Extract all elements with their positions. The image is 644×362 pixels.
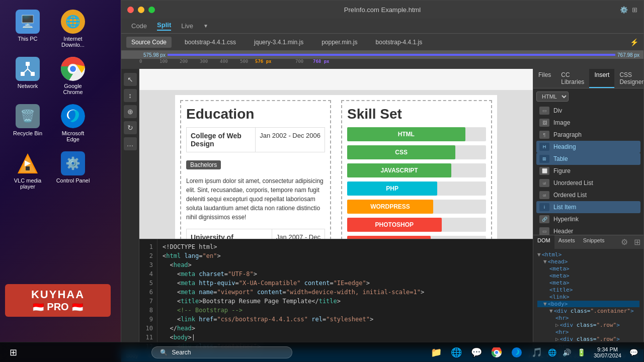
tool-pointer[interactable]: ↖	[124, 73, 137, 86]
live-mode-btn[interactable]: Live	[181, 22, 193, 30]
preview-content-wrapper[interactable]: Education College of Web Design Jan 2002…	[139, 90, 533, 239]
dom-settings-icon[interactable]: ⚙	[618, 235, 631, 249]
split-icon[interactable]: ⊞	[632, 6, 637, 14]
tab-assets[interactable]: Assets	[554, 235, 579, 249]
network-sys-icon[interactable]: 🌐	[546, 346, 558, 358]
insert-hyperlink[interactable]: 🔗 Hyperlink	[536, 213, 640, 225]
dom-expand-icon[interactable]: ⊞	[631, 235, 643, 249]
taskbar-icon-chrome[interactable]	[488, 343, 506, 361]
line-numbers: 12345 678910 111213141516	[139, 239, 157, 349]
insert-div[interactable]: ▭ Div	[536, 105, 640, 117]
div-icon: ▭	[539, 107, 549, 115]
tab-dom[interactable]: DOM	[533, 235, 554, 249]
split-mode-btn[interactable]: Split	[157, 21, 171, 31]
minimize-button[interactable]	[138, 7, 144, 13]
insert-figure[interactable]: ⬜ Figure	[536, 165, 640, 177]
dom-node-link[interactable]: <link>	[537, 294, 639, 300]
tab-insert[interactable]: Insert	[589, 69, 614, 88]
dom-node-meta2[interactable]: <meta>	[537, 273, 639, 279]
filter-icon[interactable]: ⚡	[630, 38, 638, 46]
taskbar-icon-chat[interactable]: 💬	[467, 343, 486, 361]
code-mode-btn[interactable]: Code	[131, 22, 147, 30]
tab-source-code[interactable]: Source Code	[126, 37, 172, 48]
taskbar-icon-explorer[interactable]: 📁	[427, 343, 445, 361]
ul-icon: ul	[539, 179, 549, 187]
dom-panel: DOM Assets Snippets ⚙ ⊞ ▼<html> ▼<head> …	[533, 235, 643, 349]
search-bar[interactable]: 🔍 Search	[151, 346, 292, 358]
insert-list-item[interactable]: i List Item	[536, 201, 640, 213]
insert-unordered-list[interactable]: ul Unordered List	[536, 177, 640, 189]
edu-entry-1: College of Web Design Jan 2002 - Dec 200…	[186, 127, 325, 152]
skill-bar-php: PHP	[347, 182, 486, 196]
insert-ordered-list[interactable]: ol Ordered List	[536, 189, 640, 201]
editor-window: PreInfo.com Example.html ⚙️ ⊞ Code Split…	[121, 0, 644, 362]
desktop-icon-vlc[interactable]: VLC media player	[8, 149, 48, 192]
dom-node-hr2[interactable]: <hr>	[537, 329, 639, 335]
time-display[interactable]: 9:34 PM 30/07/2024	[590, 346, 625, 358]
tool-zoom[interactable]: ⊕	[124, 105, 137, 118]
insert-table[interactable]: ⊞ Table	[536, 153, 640, 165]
tab-bootstrap-js[interactable]: bootstrap-4.4.1.js	[371, 37, 428, 48]
dom-node-head[interactable]: ▼<head>	[537, 258, 639, 265]
dom-node-body[interactable]: ▼<body>	[537, 301, 639, 307]
education-title: Education	[186, 106, 325, 122]
skill-bar-js: JAVASCRIPT	[347, 163, 486, 177]
tool-refresh[interactable]: ↻	[124, 121, 137, 134]
desktop-icon-control-panel[interactable]: ⚙️ Control Panel	[53, 149, 93, 192]
px-left-label: 575.98 px	[143, 52, 166, 58]
kuyhaa-logo: KUYHAA 🇮🇩 PRO 🇮🇩	[5, 284, 111, 317]
battery-icon[interactable]: 🔋	[575, 346, 588, 358]
dom-node-container[interactable]: ▼<div class=".container">	[537, 308, 639, 314]
tab-snippets[interactable]: Snippets	[579, 235, 609, 249]
header-icon: ▭	[539, 227, 549, 235]
taskbar-icon-edge[interactable]	[508, 343, 526, 361]
taskbar-icon-browser[interactable]: 🌐	[447, 343, 465, 361]
close-button[interactable]	[127, 7, 134, 13]
desktop: 🖥️ This PC 🌐 Internet Downlo... Network …	[0, 0, 121, 342]
desktop-icon-internet-download[interactable]: 🌐 Internet Downlo...	[53, 8, 93, 50]
tool-more[interactable]: …	[124, 137, 137, 150]
dom-node-meta1[interactable]: <meta>	[537, 265, 639, 272]
insert-image[interactable]: 🖼 Image	[536, 117, 640, 129]
tab-jquery[interactable]: jquery-3.4.1.min.js	[249, 37, 308, 48]
title-bar-controls: ⚙️ ⊞	[620, 6, 637, 14]
code-content[interactable]: <!DOCTYPE html> <html lang="en"> <head> …	[157, 239, 533, 349]
skill-bar-css: CSS	[347, 145, 486, 159]
live-dropdown-icon[interactable]: ▼	[203, 23, 208, 29]
svg-line-4	[23, 69, 28, 74]
taskbar-icon-music[interactable]: 🎵	[528, 343, 546, 361]
desktop-icon-chrome[interactable]: Google Chrome	[53, 55, 93, 97]
tab-popper[interactable]: popper.min.js	[316, 37, 362, 48]
start-button[interactable]: ⊞	[4, 343, 22, 361]
html-type-select[interactable]: HTML	[536, 92, 569, 102]
insert-paragraph[interactable]: ¶ Paragraph	[536, 129, 640, 141]
traffic-lights	[127, 7, 155, 13]
dom-node-html[interactable]: ▼<html>	[537, 251, 639, 258]
settings-icon[interactable]: ⚙️	[620, 6, 628, 14]
desktop-icon-this-pc[interactable]: 🖥️ This PC	[8, 8, 48, 50]
insert-header[interactable]: ▭ Header	[536, 225, 640, 235]
resume-section: Education College of Web Design Jan 2002…	[180, 100, 492, 239]
insert-heading[interactable]: H Heading	[536, 141, 640, 153]
html-preview: Education College of Web Design Jan 2002…	[175, 95, 497, 239]
skill-bar-wp: WORDPRESS	[347, 200, 486, 214]
desktop-icon-network[interactable]: Network	[8, 55, 48, 97]
dom-node-title[interactable]: <title>	[537, 287, 639, 293]
tool-arrow[interactable]: ↕	[124, 89, 137, 102]
tab-bootstrap-css[interactable]: bootstrap-4.4.1.css	[180, 37, 241, 48]
tab-css-designer[interactable]: CSS Designer	[614, 69, 643, 88]
dom-node-meta3[interactable]: <meta>	[537, 280, 639, 286]
dom-node-hr1[interactable]: <hr>	[537, 315, 639, 321]
window-title: PreInfo.com Example.html	[344, 6, 421, 14]
maximize-button[interactable]	[148, 7, 155, 13]
desktop-icon-edge[interactable]: Microsoft Edge	[53, 102, 93, 144]
desktop-icon-recycle-bin[interactable]: 🗑️ Recycle Bin	[8, 102, 48, 144]
tab-cc-libraries[interactable]: CC Libraries	[556, 69, 589, 88]
notification-icon[interactable]: 💬	[627, 346, 640, 358]
main-content: Education College of Web Design Jan 2002…	[139, 69, 533, 349]
dom-node-row1[interactable]: ▷<div class=".row">	[537, 322, 639, 328]
tab-files[interactable]: Files	[533, 69, 556, 88]
code-editor[interactable]: 12345 678910 111213141516 <!DOCTYPE html…	[139, 239, 533, 349]
volume-icon[interactable]: 🔊	[560, 346, 573, 358]
skill-bar-ps: PHOTOSHOP	[347, 218, 486, 232]
